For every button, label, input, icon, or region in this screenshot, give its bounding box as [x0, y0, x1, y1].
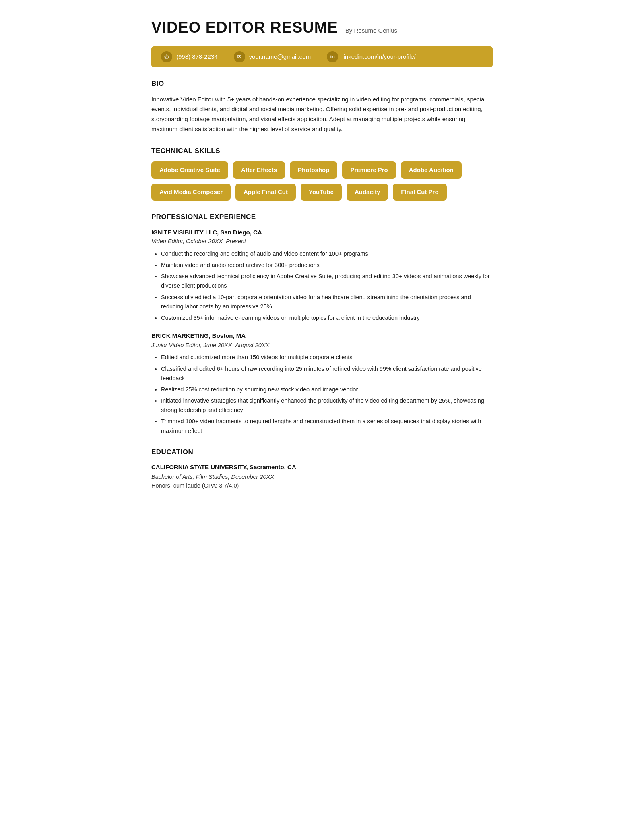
list-item: Edited and customized more than 150 vide… — [161, 353, 493, 362]
skill-badge: Adobe Creative Suite — [151, 161, 228, 179]
skill-badge: Adobe Audition — [401, 161, 462, 179]
edu-degree: Bachelor of Arts, Film Studies, December… — [151, 473, 493, 482]
skill-badge: YouTube — [301, 184, 342, 201]
skill-badge: Audacity — [347, 184, 388, 201]
skill-badge: Avid Media Composer — [151, 184, 231, 201]
bio-text: Innovative Video Editor with 5+ years of… — [151, 95, 493, 135]
bio-title: BIO — [151, 79, 493, 89]
job-bullets: Edited and customized more than 150 vide… — [151, 353, 493, 436]
list-item: Conduct the recording and editing of aud… — [161, 249, 493, 259]
experience-title: PROFESSIONAL EXPERIENCE — [151, 212, 493, 222]
skill-badge: Apple Final Cut — [235, 184, 296, 201]
contact-email: ✉ your.name@gmail.com — [234, 51, 311, 62]
resume-title: VIDEO EDITOR RESUME — [151, 16, 338, 39]
job-bullets: Conduct the recording and editing of aud… — [151, 249, 493, 323]
list-item: Trimmed 100+ video fragments to required… — [161, 417, 493, 435]
skill-badge: FInal Cut Pro — [393, 184, 446, 201]
skills-section: TECHNICAL SKILLS Adobe Creative SuiteAft… — [151, 146, 493, 201]
job-entry: BRICK MARKETING, Boston, MAJunior Video … — [151, 331, 493, 436]
list-item: Realized 25% cost reduction by sourcing … — [161, 385, 493, 394]
list-item: Successfully edited a 10-part corporate … — [161, 293, 493, 311]
edu-honors: Honors: cum laude (GPA: 3.7/4.0) — [151, 482, 493, 490]
phone-icon: ✆ — [161, 51, 172, 62]
list-item: Initiated innovative strategies that sig… — [161, 396, 493, 415]
skill-badge: After Effects — [233, 161, 285, 179]
email-icon: ✉ — [234, 51, 245, 62]
resume-subtitle: By Resume Genius — [345, 26, 397, 35]
education-entry: CALIFORNIA STATE UNIVERSITY, Sacramento,… — [151, 463, 493, 490]
list-item: Showcase advanced technical proficiency … — [161, 272, 493, 290]
skill-badge: Premiere Pro — [342, 161, 396, 179]
linkedin-icon: in — [327, 51, 338, 62]
job-company: IGNITE VISIBILITY LLC, San Diego, CA — [151, 228, 493, 237]
job-title: Junior Video Editor, June 20XX–August 20… — [151, 341, 493, 350]
list-item: Customized 35+ informative e-learning vi… — [161, 313, 493, 323]
skill-badge: Photoshop — [290, 161, 337, 179]
contact-phone: ✆ (998) 878-2234 — [161, 51, 218, 62]
resume-header: VIDEO EDITOR RESUME By Resume Genius — [151, 16, 493, 39]
job-company: BRICK MARKETING, Boston, MA — [151, 331, 493, 341]
list-item: Maintain video and audio record archive … — [161, 261, 493, 270]
skills-grid: Adobe Creative SuiteAfter EffectsPhotosh… — [151, 161, 493, 201]
job-entry: IGNITE VISIBILITY LLC, San Diego, CAVide… — [151, 228, 493, 323]
edu-school: CALIFORNIA STATE UNIVERSITY, Sacramento,… — [151, 463, 493, 472]
bio-section: BIO Innovative Video Editor with 5+ year… — [151, 79, 493, 135]
skills-title: TECHNICAL SKILLS — [151, 146, 493, 156]
job-title: Video Editor, October 20XX–Present — [151, 237, 493, 246]
education-section: EDUCATION CALIFORNIA STATE UNIVERSITY, S… — [151, 447, 493, 490]
contact-linkedin: in linkedin.com/in/your-profile/ — [327, 51, 416, 62]
list-item: Classified and edited 6+ hours of raw re… — [161, 364, 493, 383]
contact-bar: ✆ (998) 878-2234 ✉ your.name@gmail.com i… — [151, 46, 493, 67]
education-title: EDUCATION — [151, 447, 493, 457]
experience-section: PROFESSIONAL EXPERIENCE IGNITE VISIBILIT… — [151, 212, 493, 436]
